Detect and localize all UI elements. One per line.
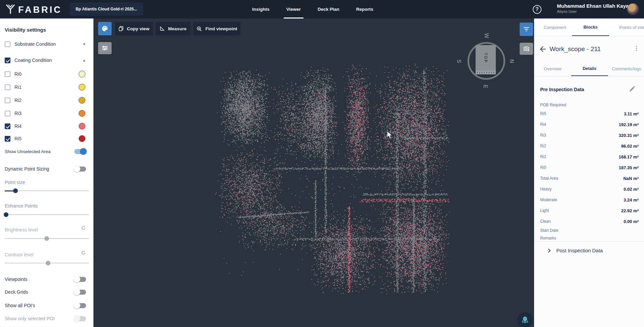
row-remarks: Remarks <box>540 235 639 241</box>
tab-blocks[interactable]: Blocks <box>572 19 609 36</box>
brand-name: FABRIC <box>18 5 62 15</box>
compass-west: W <box>483 33 489 38</box>
deck-grids-label: Deck Grids <box>5 289 28 295</box>
brightness-slider[interactable] <box>5 236 89 241</box>
group-substrate-condition[interactable]: Substrate Condition ▼ <box>5 40 89 48</box>
brand-logo: FABRIC <box>5 4 62 16</box>
row-light: Light22.92 m² <box>540 208 639 214</box>
ri2-color-swatch <box>79 97 85 104</box>
tab-viewer[interactable]: Viewer <box>284 0 304 19</box>
ri2-checkbox[interactable] <box>5 98 10 103</box>
back-arrow-icon[interactable] <box>539 45 547 54</box>
contrast-row: Contrast level <box>5 251 89 258</box>
brightness-reset-icon[interactable] <box>81 225 86 232</box>
visibility-settings-sidebar: Visibility settings Substrate Condition … <box>0 19 93 327</box>
measure-label: Measure <box>168 26 187 31</box>
row-total-area: Total AreaNaN m² <box>540 175 639 181</box>
ri5-label: Ri5 <box>14 136 22 141</box>
subtab-comments-logs[interactable]: Comments/logs <box>608 62 644 76</box>
subtab-details[interactable]: Details <box>571 62 608 76</box>
ri0-row[interactable]: Ri0 <box>5 70 89 78</box>
row-heavy: Heavy0.02 m² <box>540 186 639 192</box>
contrast-label: Contrast level <box>5 252 34 257</box>
tab-reports[interactable]: Reports <box>354 0 376 19</box>
ri1-label: Ri1 <box>14 84 22 90</box>
tab-component[interactable]: Component <box>536 19 573 36</box>
substrate-checkbox[interactable] <box>5 41 10 47</box>
panel-divider <box>534 241 644 242</box>
brightness-row: Brightness level <box>5 226 89 233</box>
ri1-row[interactable]: Ri1 <box>5 83 89 91</box>
main-nav-tabs: Insights Viewer Deck Plan Reports <box>249 0 376 19</box>
compass-top-band <box>476 71 496 74</box>
contrast-reset-icon[interactable] <box>81 250 86 257</box>
ri1-color-swatch <box>79 84 85 90</box>
abyss-octopus-button[interactable] <box>517 312 533 327</box>
viewpoints-toggle[interactable] <box>74 277 86 282</box>
ri3-checkbox[interactable] <box>5 111 10 116</box>
ri4-row[interactable]: Ri4 <box>5 122 89 130</box>
user-role: Abyss User <box>557 9 633 13</box>
panel-subtabs: Overview Details Comments/logs <box>534 62 644 76</box>
find-viewpoint-button[interactable]: Find viewpoint <box>193 22 240 35</box>
row-ri0: Ri0187.35 m² <box>540 165 639 171</box>
filter-icon <box>523 27 529 32</box>
post-inspection-heading: Post Inspection Data <box>556 248 603 253</box>
ri3-color-swatch <box>79 110 85 117</box>
compass-top-face[interactable]: TOP <box>476 45 496 71</box>
coating-checkbox[interactable] <box>5 58 10 63</box>
deck-grids-toggle[interactable] <box>74 290 86 295</box>
dynamic-sizing-toggle[interactable] <box>74 167 86 172</box>
ri1-checkbox[interactable] <box>5 84 10 90</box>
ri2-row[interactable]: Ri2 <box>5 97 89 104</box>
filter-button[interactable] <box>520 23 533 36</box>
help-icon[interactable]: ? <box>533 5 541 14</box>
avatar[interactable] <box>627 3 639 15</box>
enhance-points-label: Enhance Points <box>5 203 38 209</box>
copy-view-label: Copy view <box>127 26 150 31</box>
ri0-label: Ri0 <box>14 71 22 77</box>
measure-button[interactable]: Measure <box>156 22 191 35</box>
tab-points-of-interest[interactable]: Points of interest <box>610 19 644 36</box>
snapshot-search-button[interactable] <box>520 43 533 55</box>
kebab-menu-icon[interactable]: ⋮ <box>634 45 639 52</box>
mouse-cursor <box>387 131 393 141</box>
show-selected-poi-row: Show only selected POI <box>5 315 89 322</box>
post-inspection-expander[interactable]: Post Inspection Data <box>548 248 603 253</box>
contrast-slider[interactable] <box>5 261 89 265</box>
ri4-checkbox[interactable] <box>5 123 10 129</box>
project-name: Bp Atlantis Cloud Gold-ri 2025... <box>76 7 137 11</box>
equalizer-sliders-icon <box>102 45 108 51</box>
ri3-row[interactable]: Ri3 <box>5 110 89 117</box>
point-size-slider[interactable] <box>5 188 89 193</box>
trident-logo-icon <box>5 4 15 16</box>
point-settings-button[interactable] <box>98 42 112 54</box>
copy-view-button[interactable]: Copy view <box>115 22 153 35</box>
group-coating-condition[interactable]: Coating Condition ▲ <box>5 57 89 64</box>
show-all-poi-toggle[interactable] <box>74 303 86 308</box>
edit-pencil-icon[interactable] <box>629 86 635 94</box>
viewpoints-row: Viewpoints <box>5 276 89 283</box>
compass-top-label: TOP <box>483 53 488 63</box>
dynamic-sizing-label: Dynamic Point Sizing <box>5 166 49 172</box>
palette-button[interactable] <box>98 22 112 35</box>
enhance-points-slider[interactable] <box>5 212 89 217</box>
ri4-label: Ri4 <box>14 123 22 129</box>
project-selector-button[interactable]: Bp Atlantis Cloud Gold-ri 2025... <box>70 3 143 15</box>
substrate-label: Substrate Condition <box>14 41 56 47</box>
tab-insights[interactable]: Insights <box>249 0 272 19</box>
point-cloud-viewer[interactable]: Copy view Measure Find viewpoint <box>93 19 534 327</box>
ri5-checkbox[interactable] <box>5 136 10 142</box>
chevron-up-icon[interactable]: ▲ <box>82 58 86 62</box>
ri0-checkbox[interactable] <box>5 71 10 77</box>
tab-deck-plan[interactable]: Deck Plan <box>315 0 342 19</box>
show-all-poi-label: Show all POI's <box>5 303 35 308</box>
row-pob-required: POB Required <box>540 102 639 108</box>
user-menu[interactable]: Muhammad Ehsan Ullah Kayani Abyss User <box>557 3 633 13</box>
point-size-row: Point size <box>5 179 89 186</box>
brightness-label: Brightness level <box>5 227 38 232</box>
show-unselected-toggle[interactable] <box>74 149 86 154</box>
chevron-down-icon[interactable]: ▼ <box>82 42 86 46</box>
subtab-overview[interactable]: Overview <box>534 62 571 76</box>
ri5-row[interactable]: Ri5 <box>5 135 89 142</box>
